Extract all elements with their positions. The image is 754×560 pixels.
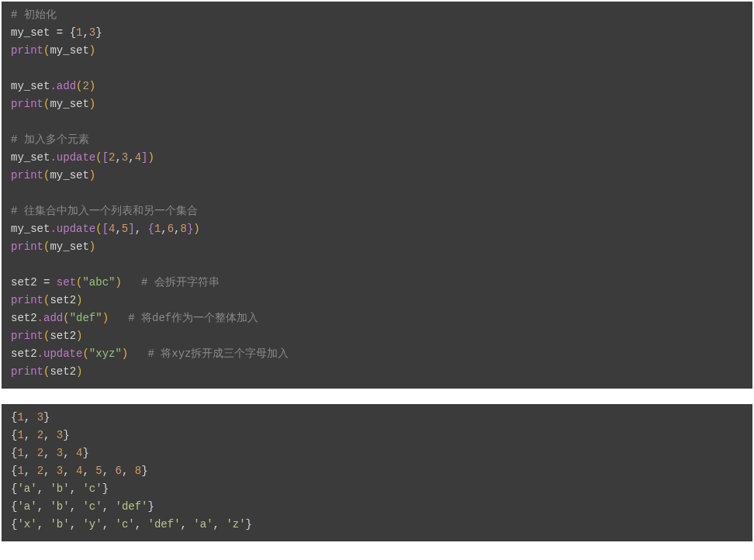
code-line: print(my_set) (11, 167, 743, 185)
code-line: set2 = set("abc") # 会拆开字符串 (11, 274, 743, 292)
comment: # 加入多个元素 (11, 133, 89, 146)
code-line: my_set.add(2) (11, 78, 743, 95)
output-line: {1, 2, 3, 4, 5, 6, 8} (11, 462, 743, 480)
output-line: {1, 3} (11, 409, 743, 427)
code-line: my_set.update([2,3,4]) (11, 149, 743, 167)
output-line: {1, 2, 3} (11, 427, 743, 444)
code-line: print(my_set) (11, 238, 743, 256)
code-line (11, 185, 743, 202)
output-line: {1, 2, 3, 4} (11, 444, 743, 462)
comment: # 将xyz拆开成三个字母加入 (147, 347, 289, 360)
code-line: print(my_set) (11, 42, 743, 60)
comment: # 初始化 (11, 9, 57, 21)
code-line: print(my_set) (11, 95, 743, 113)
code-line (11, 113, 743, 131)
code-line: set2.update("xyz") # 将xyz拆开成三个字母加入 (11, 345, 743, 363)
code-block: # 初始化 my_set = {1,3} print(my_set) my_se… (2, 2, 752, 389)
comment: # 会拆开字符串 (141, 276, 220, 289)
code-line: print(set2) (11, 292, 743, 309)
comment: # 往集合中加入一个列表和另一个集合 (11, 205, 198, 217)
output-line: {'a', 'b', 'c', 'def'} (11, 498, 743, 516)
output-block: {1, 3} {1, 2, 3} {1, 2, 3, 4} {1, 2, 3, … (2, 404, 752, 541)
code-line: my_set.update([4,5], {1,6,8}) (11, 220, 743, 238)
output-line: {'x', 'b', 'y', 'c', 'def', 'a', 'z'} (11, 516, 743, 534)
code-line (11, 256, 743, 274)
code-line (11, 60, 743, 78)
output-line: {'a', 'b', 'c'} (11, 480, 743, 498)
code-line: # 往集合中加入一个列表和另一个集合 (11, 202, 743, 220)
code-line: # 加入多个元素 (11, 131, 743, 149)
code-line: print(set2) (11, 363, 743, 381)
comment: # 将def作为一个整体加入 (128, 312, 258, 324)
code-line: my_set = {1,3} (11, 24, 743, 42)
code-line: # 初始化 (11, 6, 743, 24)
code-line: set2.add("def") # 将def作为一个整体加入 (11, 309, 743, 327)
code-line: print(set2) (11, 327, 743, 345)
